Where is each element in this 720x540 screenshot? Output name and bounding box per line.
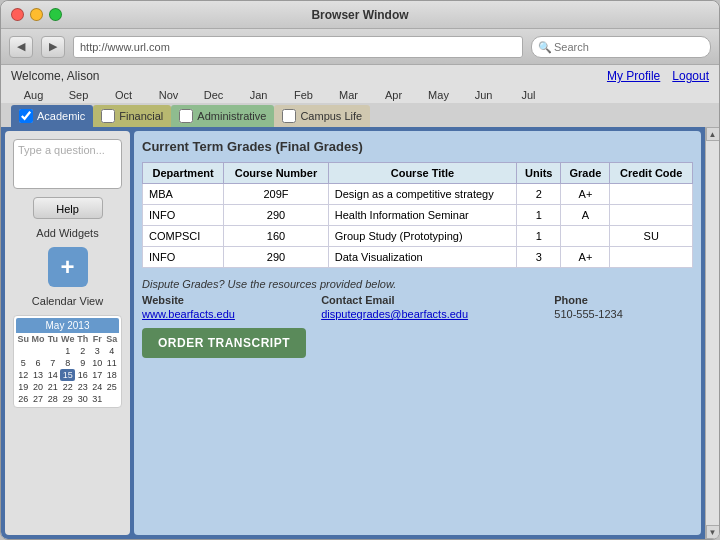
month-may: May — [416, 89, 461, 101]
calendar-nav: Aug Sep Oct Nov Dec Jan Feb Mar Apr May … — [1, 87, 719, 103]
tab-financial[interactable]: Financial — [93, 105, 171, 127]
units-4: 3 — [517, 247, 561, 268]
scroll-down-button[interactable]: ▼ — [706, 525, 720, 539]
dept-2: INFO — [143, 205, 224, 226]
tab-campuslife-label: Campus Life — [300, 110, 362, 122]
month-jun: Jun — [461, 89, 506, 101]
tab-campus-life[interactable]: Campus Life — [274, 105, 370, 127]
tab-academic-label: Academic — [37, 110, 85, 122]
table-row: MBA 209F Design as a competitive strateg… — [143, 184, 693, 205]
month-sep: Sep — [56, 89, 101, 101]
table-row: INFO 290 Health Information Seminar 1 A — [143, 205, 693, 226]
title-2: Health Information Seminar — [328, 205, 516, 226]
grade-2: A — [561, 205, 610, 226]
right-panel: Current Term Grades (Final Grades) Depar… — [134, 131, 701, 535]
grade-4: A+ — [561, 247, 610, 268]
tab-administrative-label: Administrative — [197, 110, 266, 122]
credit-2 — [610, 205, 693, 226]
forward-button[interactable]: ▶ — [41, 36, 65, 58]
content-area: Type a question... Help Add Widgets + Ca… — [1, 127, 705, 539]
tabs-area: Academic Financial Administrative Campus… — [1, 103, 719, 127]
window-controls — [11, 8, 62, 21]
units-3: 1 — [517, 226, 561, 247]
welcome-links: My Profile Logout — [607, 69, 709, 83]
url-input[interactable] — [73, 36, 523, 58]
title-bar: Browser Window — [1, 1, 719, 29]
units-2: 1 — [517, 205, 561, 226]
minimize-button[interactable] — [30, 8, 43, 21]
credit-1 — [610, 184, 693, 205]
tab-administrative[interactable]: Administrative — [171, 105, 274, 127]
scroll-up-button[interactable]: ▲ — [706, 127, 720, 141]
month-aug: Aug — [11, 89, 56, 101]
mini-cal-header: May 2013 — [16, 318, 119, 333]
tab-financial-label: Financial — [119, 110, 163, 122]
grades-title: Current Term Grades (Final Grades) — [142, 139, 693, 154]
scroll-track[interactable] — [706, 141, 719, 525]
calendar-view-label: Calendar View — [32, 295, 103, 307]
add-widget-button[interactable]: + — [48, 247, 88, 287]
title-3: Group Study (Prototyping) — [328, 226, 516, 247]
month-feb: Feb — [281, 89, 326, 101]
left-panel: Type a question... Help Add Widgets + Ca… — [5, 131, 130, 535]
grade-1: A+ — [561, 184, 610, 205]
website-link[interactable]: www.bearfacts.edu — [142, 308, 305, 320]
col-credit-code: Credit Code — [610, 163, 693, 184]
website-label: Website — [142, 294, 305, 306]
month-oct: Oct — [101, 89, 146, 101]
col-grade: Grade — [561, 163, 610, 184]
credit-4 — [610, 247, 693, 268]
search-input[interactable] — [531, 36, 711, 58]
order-transcript-button[interactable]: ORDER TRANSCRIPT — [142, 328, 306, 358]
grade-3 — [561, 226, 610, 247]
tab-administrative-checkbox[interactable] — [179, 109, 193, 123]
welcome-bar: Welcome, Alison My Profile Logout — [1, 65, 719, 87]
main-content: Welcome, Alison My Profile Logout Aug Se… — [1, 65, 719, 539]
num-1: 209F — [224, 184, 329, 205]
table-row: COMPSCI 160 Group Study (Prototyping) 1 … — [143, 226, 693, 247]
title-4: Data Visualization — [328, 247, 516, 268]
col-course-title: Course Title — [328, 163, 516, 184]
grades-table: Department Course Number Course Title Un… — [142, 162, 693, 268]
table-row: INFO 290 Data Visualization 3 A+ — [143, 247, 693, 268]
phone-label: Phone — [554, 294, 693, 306]
contact-label: Contact Email — [321, 294, 538, 306]
scrollbar: ▲ ▼ — [705, 127, 719, 539]
num-4: 290 — [224, 247, 329, 268]
welcome-text: Welcome, Alison — [11, 69, 99, 83]
title-1: Design as a competitive strategy — [328, 184, 516, 205]
col-course-number: Course Number — [224, 163, 329, 184]
tab-academic-checkbox[interactable] — [19, 109, 33, 123]
tab-academic[interactable]: Academic — [11, 105, 93, 127]
tab-financial-checkbox[interactable] — [101, 109, 115, 123]
qa-input-box[interactable]: Type a question... — [13, 139, 122, 189]
mini-calendar: May 2013 Su Mo Tu We Th Fr Sa — [13, 315, 122, 408]
email-link[interactable]: disputegrades@bearfacts.edu — [321, 308, 538, 320]
add-widgets-label: Add Widgets — [36, 227, 98, 239]
tab-row: Academic Financial Administrative Campus… — [11, 105, 709, 127]
back-button[interactable]: ◀ — [9, 36, 33, 58]
month-dec: Dec — [191, 89, 236, 101]
col-units: Units — [517, 163, 561, 184]
month-mar: Mar — [326, 89, 371, 101]
month-apr: Apr — [371, 89, 416, 101]
credit-3: SU — [610, 226, 693, 247]
month-jul: Jul — [506, 89, 551, 101]
my-profile-link[interactable]: My Profile — [607, 69, 660, 83]
dept-1: MBA — [143, 184, 224, 205]
search-wrapper: 🔍 — [531, 36, 711, 58]
month-nov: Nov — [146, 89, 191, 101]
month-jan: Jan — [236, 89, 281, 101]
tab-campuslife-checkbox[interactable] — [282, 109, 296, 123]
logout-link[interactable]: Logout — [672, 69, 709, 83]
col-department: Department — [143, 163, 224, 184]
maximize-button[interactable] — [49, 8, 62, 21]
qa-placeholder: Type a question... — [18, 144, 105, 156]
dispute-section: Dispute Grades? Use the resources provid… — [142, 278, 693, 358]
help-button[interactable]: Help — [33, 197, 103, 219]
window-title: Browser Window — [311, 8, 408, 22]
dept-3: COMPSCI — [143, 226, 224, 247]
dispute-title: Dispute Grades? Use the resources provid… — [142, 278, 693, 290]
dept-4: INFO — [143, 247, 224, 268]
close-button[interactable] — [11, 8, 24, 21]
